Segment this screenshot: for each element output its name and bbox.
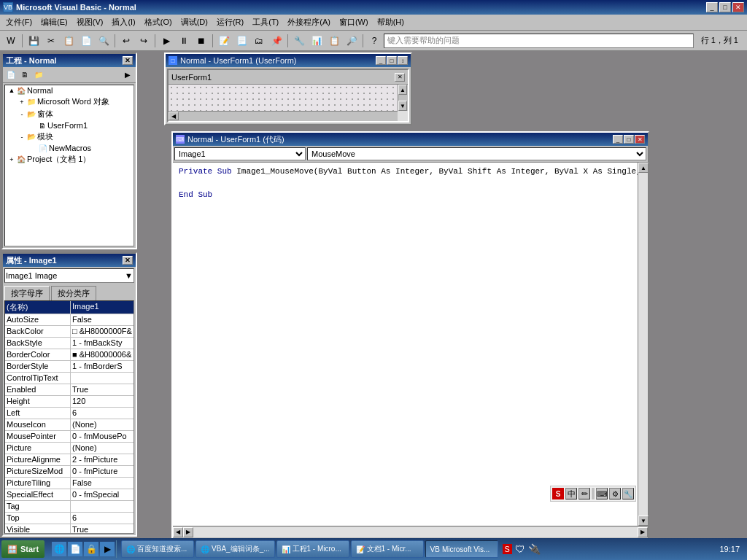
hscroll-track[interactable]	[193, 527, 638, 537]
quicklaunch-3[interactable]: 🔒	[84, 542, 98, 556]
ime-pen-btn[interactable]: ✏	[578, 488, 590, 499]
close-button[interactable]: ✕	[732, 2, 744, 12]
prop-row-name[interactable]: (名称) Image1	[5, 301, 133, 314]
toolbar-toolbox[interactable]: 🔧	[291, 33, 307, 49]
ime-tools-btn[interactable]: 🔧	[622, 488, 634, 499]
object-selector[interactable]: Image1 Image ▼	[4, 268, 134, 283]
prop-row-bordercolor[interactable]: BorderColor ■ &H80000006&	[5, 349, 133, 361]
toolbar-undo[interactable]: ↩	[118, 33, 134, 49]
prop-row-left[interactable]: Left 6	[5, 408, 133, 419]
toolbar-copy[interactable]: 📋	[61, 33, 77, 49]
toolbar-word-icon[interactable]: W	[3, 33, 19, 49]
project-explorer-close[interactable]: ✕	[123, 56, 133, 65]
toolbar-props[interactable]: 📋	[326, 33, 342, 49]
toolbar-project[interactable]: 📊	[309, 33, 325, 49]
menu-run[interactable]: 运行(R)	[212, 15, 248, 29]
prop-row-backstyle[interactable]: BackStyle 1 - fmBackSty	[5, 338, 133, 349]
hscroll-right-btn[interactable]: ▶	[183, 527, 193, 537]
menu-debug[interactable]: 调试(D)	[177, 15, 212, 29]
properties-close[interactable]: ✕	[123, 256, 133, 265]
menu-window[interactable]: 窗口(W)	[335, 15, 373, 29]
prop-row-specialeffect[interactable]: SpecialEffect 0 - fmSpecial	[5, 489, 133, 501]
prop-row-mouseicon[interactable]: MouseIcon (None)	[5, 419, 133, 431]
prop-row-picturesizemode[interactable]: PictureSizeMod 0 - fmPicture	[5, 466, 133, 478]
ime-settings-btn[interactable]: ⚙	[609, 488, 621, 499]
toolbar-run[interactable]: ▶	[158, 33, 174, 49]
prop-row-tag[interactable]: Tag	[5, 501, 133, 513]
toolbar-helpsearch[interactable]: ?	[366, 33, 382, 49]
form-hscroll[interactable]: ◀	[169, 111, 398, 121]
toggle-folders-btn[interactable]: 📁	[32, 69, 45, 82]
tab-alphabetic[interactable]: 按字母序	[4, 286, 50, 300]
toolbar-cut[interactable]: ✂	[43, 33, 59, 49]
taskbar-btn-baidu[interactable]: 🌐 百度知道搜索...	[121, 540, 194, 558]
tree-item-normal[interactable]: ▲ 🏠 Normal	[5, 85, 133, 96]
toolbar-userform[interactable]: 📝	[216, 33, 232, 49]
userform-restore[interactable]: ↕	[398, 56, 408, 65]
menu-format[interactable]: 格式(O)	[140, 15, 177, 29]
taskbar-btn-project[interactable]: 📊 工程1 - Micro...	[276, 540, 349, 558]
proc-dropdown[interactable]: MouseMove	[307, 147, 646, 160]
view-code-btn[interactable]: 📄	[4, 69, 18, 82]
form-close-icon[interactable]: ✕	[395, 73, 405, 82]
prop-row-height[interactable]: Height 120	[5, 396, 133, 408]
menu-addins[interactable]: 外接程序(A)	[283, 15, 335, 29]
prop-row-enabled[interactable]: Enabled True	[5, 384, 133, 396]
prop-row-picture[interactable]: Picture (None)	[5, 443, 133, 454]
menu-file[interactable]: 文件(F)	[1, 15, 36, 29]
menu-tools[interactable]: 工具(T)	[248, 15, 283, 29]
prop-row-mousepointer[interactable]: MousePointer 0 - fmMousePo	[5, 431, 133, 443]
toolbar-paste[interactable]: 📄	[78, 33, 94, 49]
help-search-box[interactable]: 键入需要帮助的问题	[384, 34, 694, 48]
toolbar-redo[interactable]: ↪	[136, 33, 152, 49]
prop-row-picturetiling[interactable]: PictureTiling False	[5, 478, 133, 489]
prop-row-top[interactable]: Top 6	[5, 513, 133, 524]
prop-row-controltiptext[interactable]: ControlTipText	[5, 373, 133, 384]
tree-item-newmacros[interactable]: 📄 NewMacros	[5, 143, 133, 153]
code-editor[interactable]: Private Sub Image1_MouseMove(ByVal Butto…	[173, 163, 638, 526]
menu-view[interactable]: 视图(V)	[72, 15, 108, 29]
quicklaunch-4[interactable]: ▶	[100, 542, 115, 556]
form-vscroll[interactable]: ▲ ▼	[398, 85, 408, 111]
ime-chinese-btn[interactable]: 中	[565, 488, 577, 499]
ime-keyboard-btn[interactable]: ⌨	[596, 488, 608, 499]
object-dropdown[interactable]: Image1	[174, 147, 306, 160]
userform-maximize[interactable]: □	[387, 56, 397, 65]
toolbar-class[interactable]: 🗂	[251, 33, 267, 49]
taskbar-btn-vba[interactable]: 🌐 VBA_编辑词条_...	[196, 540, 274, 558]
taskbar-btn-vbide[interactable]: VB Microsoft Vis...	[425, 540, 498, 558]
tree-item-forms[interactable]: - 📂 窗体	[5, 108, 133, 120]
scroll-right-btn[interactable]: ▶	[121, 69, 134, 82]
menu-edit[interactable]: 编辑(E)	[36, 15, 72, 29]
code-maximize[interactable]: □	[624, 135, 634, 144]
userform-minimize[interactable]: _	[376, 56, 386, 65]
prop-row-backcolor[interactable]: BackColor □ &H8000000F&	[5, 326, 133, 338]
toolbar-pause[interactable]: ⏸	[176, 33, 192, 49]
menu-insert[interactable]: 插入(I)	[107, 15, 139, 29]
toolbar-objbrowser[interactable]: 🔎	[344, 33, 360, 49]
tree-item-word-objects[interactable]: + 📁 Microsoft Word 对象	[5, 96, 133, 108]
tab-categorized[interactable]: 按分类序	[51, 286, 96, 300]
prop-row-visible[interactable]: Visible True	[5, 524, 133, 534]
tree-item-modules[interactable]: - 📂 模块	[5, 131, 133, 143]
toolbar-stop[interactable]: ⏹	[193, 33, 209, 49]
hscroll-left-btn[interactable]: ◀	[173, 527, 183, 537]
start-button[interactable]: 🪟 Start	[1, 540, 44, 558]
taskbar-btn-word[interactable]: 📝 文档1 - Micr...	[351, 540, 424, 558]
code-vscroll[interactable]: ▲ ▼	[638, 163, 648, 526]
toolbar-save[interactable]: 💾	[26, 33, 42, 49]
view-object-btn[interactable]: 🗎	[18, 69, 31, 82]
prop-row-autosize[interactable]: AutoSize False	[5, 314, 133, 326]
minimize-button[interactable]: _	[706, 2, 718, 12]
tree-item-userform1[interactable]: 🗎 UserForm1	[5, 120, 133, 131]
ime-s-btn[interactable]: S	[552, 488, 564, 499]
maximize-button[interactable]: □	[719, 2, 731, 12]
code-minimize[interactable]: _	[613, 135, 623, 144]
prop-row-borderstyle[interactable]: BorderStyle 1 - fmBorderS	[5, 361, 133, 373]
code-close[interactable]: ✕	[635, 135, 645, 144]
tree-item-project-doc1[interactable]: + 🏠 Project（文档 1）	[5, 153, 133, 166]
prop-row-picturealignment[interactable]: PictureAlignme 2 - fmPicture	[5, 454, 133, 466]
menu-help[interactable]: 帮助(H)	[373, 15, 409, 29]
toolbar-proc[interactable]: 📌	[268, 33, 285, 49]
hscroll-end-btn[interactable]: ▶	[638, 527, 648, 537]
